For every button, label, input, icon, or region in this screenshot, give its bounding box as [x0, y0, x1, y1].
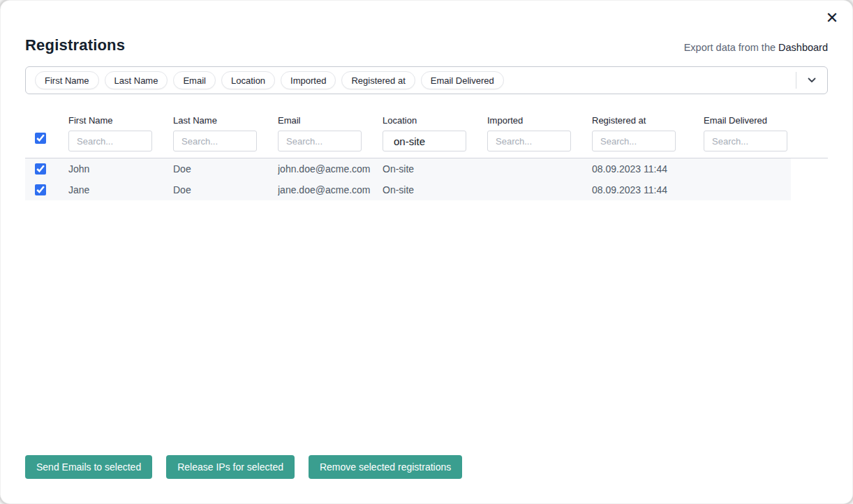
search-input-email[interactable]	[278, 131, 362, 151]
column-email-delivered: Email Delivered	[704, 115, 791, 151]
search-input-first-name[interactable]	[68, 131, 152, 151]
search-input-imported[interactable]	[487, 131, 571, 151]
row-select-cell	[25, 163, 68, 175]
column-label: Email	[278, 115, 383, 126]
dashboard-link[interactable]: Dashboard	[778, 42, 828, 53]
close-icon: ✕	[826, 9, 838, 27]
cell-registered-at: 08.09.2023 11:44	[592, 184, 704, 195]
column-label: Location	[383, 115, 487, 126]
close-button[interactable]: ✕	[821, 7, 843, 29]
search-input-registered-at[interactable]	[592, 131, 676, 151]
cell-first-name: John	[68, 163, 173, 175]
filter-chip-email-delivered[interactable]: Email Delivered	[421, 71, 504, 89]
table-row: John Doe john.doe@acme.com On-site 08.09…	[25, 158, 791, 179]
column-imported: Imported	[487, 115, 592, 151]
filter-chip-first-name[interactable]: First Name	[35, 71, 99, 89]
cell-first-name: Jane	[68, 184, 173, 195]
cell-email: jane.doe@acme.com	[278, 184, 383, 195]
remove-registrations-button[interactable]: Remove selected registrations	[309, 455, 462, 479]
search-input-last-name[interactable]	[173, 131, 257, 151]
table-header: First Name Last Name Email Location Impo…	[25, 115, 828, 158]
filter-chip-location[interactable]: Location	[221, 71, 275, 89]
cell-location: On-site	[383, 163, 487, 175]
column-registered-at: Registered at	[592, 115, 704, 151]
registrations-table: First Name Last Name Email Location Impo…	[25, 115, 828, 200]
page-title: Registrations	[25, 36, 125, 54]
cell-location: On-site	[383, 184, 487, 195]
table-row: Jane Doe jane.doe@acme.com On-site 08.09…	[25, 179, 791, 200]
select-all-checkbox[interactable]	[35, 133, 46, 144]
chevron-down-icon	[808, 77, 816, 83]
column-label: Last Name	[173, 115, 278, 126]
column-label: Imported	[487, 115, 592, 126]
search-input-email-delivered[interactable]	[704, 131, 787, 151]
export-hint: Export data from the Dashboard	[684, 42, 828, 54]
release-ips-button[interactable]: Release IPs for selected	[166, 455, 295, 479]
bulk-actions: Send Emails to selected Release IPs for …	[25, 455, 462, 479]
column-location: Location	[383, 115, 487, 151]
cell-last-name: Doe	[173, 184, 278, 195]
filter-chip-registered-at[interactable]: Registered at	[341, 71, 415, 89]
filter-chip-email[interactable]: Email	[173, 71, 216, 89]
select-all-cell	[25, 133, 68, 151]
export-hint-text: Export data from the	[684, 42, 778, 53]
registrations-modal: ✕ Registrations Export data from the Das…	[0, 0, 853, 504]
filter-bar: First Name Last Name Email Location Impo…	[25, 66, 828, 94]
cell-last-name: Doe	[173, 163, 278, 175]
send-emails-button[interactable]: Send Emails to selected	[25, 455, 152, 479]
row-checkbox[interactable]	[35, 184, 46, 195]
cell-email: john.doe@acme.com	[278, 163, 383, 175]
column-last-name: Last Name	[173, 115, 278, 151]
filter-expand-button[interactable]	[796, 67, 827, 94]
modal-header: Registrations Export data from the Dashb…	[25, 36, 828, 54]
column-label: First Name	[68, 115, 173, 126]
cell-registered-at: 08.09.2023 11:44	[592, 163, 704, 175]
row-select-cell	[25, 184, 68, 195]
column-label: Email Delivered	[704, 115, 791, 126]
filter-chip-list: First Name Last Name Email Location Impo…	[35, 71, 796, 89]
column-first-name: First Name	[68, 115, 173, 151]
filter-chip-last-name[interactable]: Last Name	[105, 71, 168, 89]
search-input-location[interactable]	[383, 131, 466, 151]
filter-chip-imported[interactable]: Imported	[281, 71, 336, 89]
table-body: John Doe john.doe@acme.com On-site 08.09…	[25, 158, 828, 200]
row-checkbox[interactable]	[35, 163, 46, 175]
column-email: Email	[278, 115, 383, 151]
column-label: Registered at	[592, 115, 704, 126]
